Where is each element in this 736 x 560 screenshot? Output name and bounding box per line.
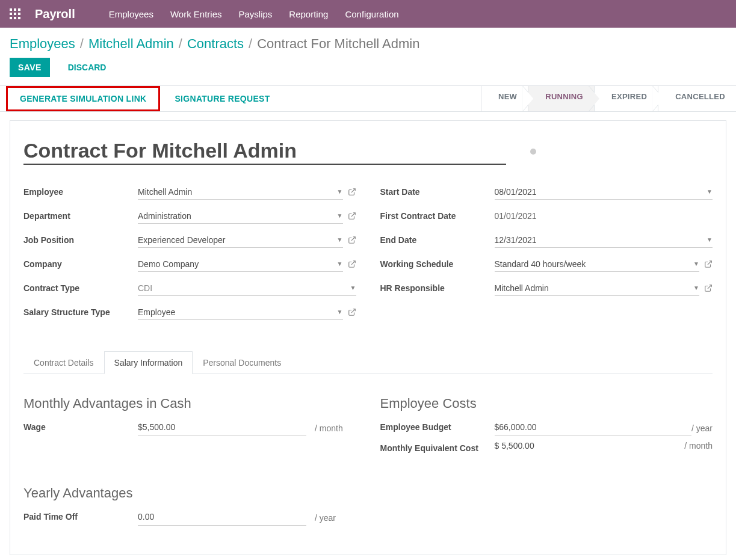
discard-button[interactable]: DISCARD	[60, 58, 115, 77]
breadcrumb-sep: /	[80, 36, 84, 52]
chevron-down-icon: ▼	[707, 236, 713, 243]
tab-salary-information[interactable]: Salary Information	[104, 351, 193, 374]
action-row: SAVE DISCARD	[10, 58, 726, 77]
chevron-down-icon: ▼	[337, 309, 343, 315]
brand-title[interactable]: Payroll	[35, 7, 75, 21]
menu-configuration[interactable]: Configuration	[345, 9, 398, 19]
form-col-right: Start Date 08/01/2021▼ First Contract Da…	[380, 183, 713, 327]
kanban-state-icon[interactable]	[530, 149, 536, 155]
job-select[interactable]: Experienced Developer▼	[138, 233, 343, 248]
field-employee-budget: Employee Budget $ / year	[380, 420, 713, 436]
breadcrumb: Employees / Mitchell Admin / Contracts /…	[10, 36, 726, 52]
breadcrumb-employees[interactable]: Employees	[10, 36, 75, 52]
wage-unit: / month	[315, 423, 343, 433]
external-link-icon[interactable]	[348, 260, 356, 268]
tab-contract-details[interactable]: Contract Details	[23, 351, 104, 374]
external-link-icon[interactable]	[348, 308, 356, 316]
sub-bar: Employees / Mitchell Admin / Contracts /…	[0, 28, 736, 77]
field-contract-type: Contract Type CDI▼	[23, 279, 356, 297]
svg-line-11	[351, 237, 354, 241]
status-running[interactable]: RUNNING	[528, 86, 594, 111]
field-first-contract-date: First Contract Date 01/01/2021	[380, 207, 713, 225]
menu-work-entries[interactable]: Work Entries	[170, 9, 222, 19]
field-hr-responsible: HR Responsible Mitchell Admin▼	[380, 279, 713, 297]
form-columns: Employee Mitchell Admin▼ Department Admi…	[23, 183, 713, 327]
svg-line-13	[351, 309, 354, 313]
salary-col-right: Employee Costs Employee Budget $ / year …	[380, 374, 713, 458]
hr-responsible-select[interactable]: Mitchell Admin▼	[495, 281, 700, 296]
svg-rect-1	[14, 8, 16, 11]
yearly-advantages-title: Yearly Advantages	[23, 485, 356, 501]
status-expired[interactable]: EXPIRED	[594, 86, 658, 111]
svg-rect-6	[10, 17, 12, 19]
contract-title-input[interactable]	[23, 138, 506, 165]
save-button[interactable]: SAVE	[10, 58, 50, 77]
top-nav: Payroll Employees Work Entries Payslips …	[0, 0, 736, 28]
external-link-icon[interactable]	[348, 236, 356, 244]
generate-highlight: GENERATE SIMULATION LINK	[6, 86, 160, 111]
meq-unit: / month	[684, 441, 713, 451]
field-paid-time-off: Paid Time Off / year	[23, 509, 356, 526]
company-select[interactable]: Demo Company▼	[138, 257, 343, 272]
status-cancelled[interactable]: CANCELLED	[658, 86, 736, 111]
contract-type-select[interactable]: CDI▼	[138, 281, 356, 296]
yearly-col-left: Yearly Advantages Paid Time Off / year	[23, 464, 356, 531]
generate-simulation-link-button[interactable]: GENERATE SIMULATION LINK	[11, 89, 155, 108]
breadcrumb-mitchell[interactable]: Mitchell Admin	[88, 36, 174, 52]
chevron-down-icon: ▼	[350, 285, 356, 291]
menu-payslips[interactable]: Payslips	[238, 9, 272, 19]
external-link-icon[interactable]	[348, 212, 356, 220]
form-col-left: Employee Mitchell Admin▼ Department Admi…	[23, 183, 356, 327]
pto-input[interactable]	[138, 509, 306, 524]
salary-structure-select[interactable]: Employee▼	[138, 305, 343, 320]
yearly-columns: Yearly Advantages Paid Time Off / year	[23, 464, 713, 531]
budget-input[interactable]	[499, 420, 691, 434]
budget-currency: $	[495, 422, 499, 432]
external-link-icon[interactable]	[704, 284, 713, 292]
breadcrumb-contracts[interactable]: Contracts	[187, 36, 244, 52]
working-schedule-select[interactable]: Standard 40 hours/week▼	[495, 257, 700, 272]
department-select[interactable]: Administration▼	[138, 209, 343, 224]
wage-currency: $	[138, 422, 143, 432]
chevron-down-icon: ▼	[337, 212, 343, 219]
svg-rect-8	[18, 17, 20, 19]
meq-value: $ 5,500.00	[495, 441, 534, 451]
start-date-input[interactable]: 08/01/2021▼	[495, 185, 713, 200]
status-bar: NEW RUNNING EXPIRED CANCELLED	[481, 86, 736, 111]
svg-line-14	[708, 261, 711, 265]
field-wage: Wage $ / month	[23, 420, 356, 436]
svg-rect-7	[14, 17, 16, 19]
external-link-icon[interactable]	[704, 260, 713, 268]
external-link-icon[interactable]	[348, 188, 356, 196]
menu-employees[interactable]: Employees	[109, 9, 153, 19]
field-salary-structure: Salary Structure Type Employee▼	[23, 303, 356, 321]
end-date-input[interactable]: 12/31/2021▼	[495, 233, 713, 248]
employee-select[interactable]: Mitchell Admin▼	[138, 185, 343, 200]
field-employee: Employee Mitchell Admin▼	[23, 183, 356, 201]
monthly-advantages-title: Monthly Advantages in Cash	[23, 396, 356, 411]
first-contract-date-value: 01/01/2021	[495, 209, 713, 223]
control-bar: GENERATE SIMULATION LINK SIGNATURE REQUE…	[0, 85, 736, 112]
salary-col-left: Monthly Advantages in Cash Wage $ / mont…	[23, 374, 356, 458]
field-job: Job Position Experienced Developer▼	[23, 231, 356, 249]
chevron-down-icon: ▼	[693, 285, 699, 291]
pto-unit: / year	[315, 513, 336, 523]
budget-unit: / year	[691, 423, 713, 433]
chevron-down-icon: ▼	[707, 188, 713, 195]
chevron-down-icon: ▼	[693, 260, 699, 267]
svg-rect-4	[14, 13, 16, 15]
wage-input[interactable]	[143, 420, 306, 434]
apps-icon[interactable]	[10, 8, 20, 19]
sheet-wrapper: Employee Mitchell Admin▼ Department Admi…	[0, 120, 736, 560]
svg-rect-2	[18, 8, 20, 11]
signature-request-button[interactable]: SIGNATURE REQUEST	[166, 89, 278, 108]
field-company: Company Demo Company▼	[23, 255, 356, 273]
breadcrumb-current: Contract For Mitchell Admin	[257, 36, 419, 52]
status-new[interactable]: NEW	[481, 86, 528, 111]
field-department: Department Administration▼	[23, 207, 356, 225]
menu-reporting[interactable]: Reporting	[289, 9, 328, 19]
svg-rect-3	[10, 13, 12, 15]
tab-personal-documents[interactable]: Personal Documents	[193, 351, 291, 374]
form-sheet: Employee Mitchell Admin▼ Department Admi…	[10, 120, 726, 555]
svg-line-9	[351, 189, 354, 192]
